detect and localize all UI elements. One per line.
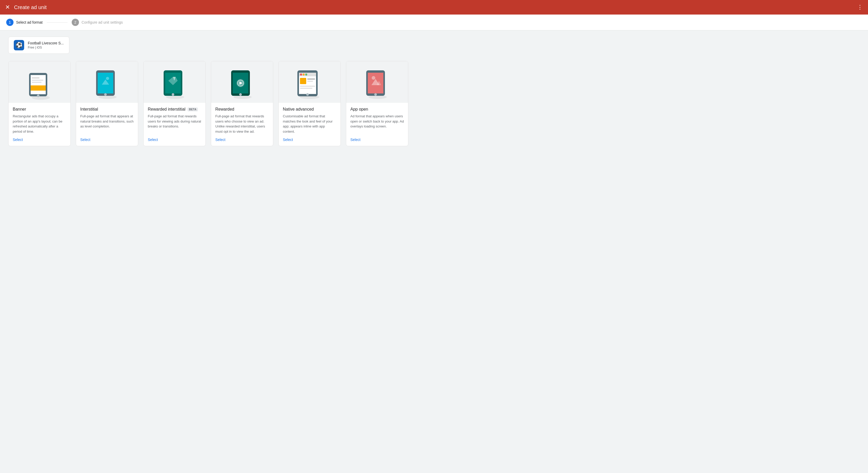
card-title-row-rewarded-interstitial: Rewarded interstitial BETA — [148, 107, 201, 112]
svg-rect-3 — [31, 86, 46, 91]
step-2-circle: 2 — [72, 19, 79, 26]
svg-point-14 — [166, 95, 184, 99]
svg-point-13 — [104, 93, 107, 96]
svg-point-40 — [369, 95, 387, 99]
svg-point-7 — [37, 94, 39, 97]
header-left: ✕ Create ad unit — [5, 4, 47, 10]
select-button-rewarded[interactable]: Select — [215, 137, 269, 142]
card-description-banner: Rectangular ads that occupy a portion of… — [13, 114, 66, 134]
select-button-interstitial[interactable]: Select — [80, 137, 134, 142]
step-divider — [47, 22, 67, 23]
card-image-rewarded-interstitial — [144, 61, 206, 103]
svg-point-33 — [305, 73, 307, 75]
card-content-banner: Banner Rectangular ads that occupy a por… — [8, 103, 70, 146]
app-card: ⚽ Football Livescore S... Free | iOS — [8, 37, 69, 54]
svg-point-12 — [106, 77, 109, 80]
card-title-rewarded-interstitial: Rewarded interstitial — [148, 107, 185, 112]
step-1-label: Select ad format — [16, 20, 42, 24]
svg-point-19 — [172, 93, 174, 96]
svg-point-8 — [98, 95, 117, 99]
svg-rect-5 — [32, 80, 43, 81]
svg-rect-38 — [300, 88, 312, 89]
app-icon: ⚽ — [14, 40, 24, 50]
svg-point-20 — [234, 95, 252, 99]
card-content-native-advanced: Native advanced Customisable ad format t… — [279, 103, 341, 146]
stepper: 1 Select ad format 2 Configure ad unit s… — [0, 14, 868, 30]
svg-point-31 — [300, 73, 302, 75]
step-1: 1 Select ad format — [6, 19, 42, 26]
card-title-row-native-advanced: Native advanced — [283, 107, 336, 112]
main-content: ⚽ Football Livescore S... Free | iOS — [0, 30, 868, 152]
card-title-row-interstitial: Interstitial — [80, 107, 134, 112]
ad-card-app-open: App open Ad format that appears when use… — [346, 61, 408, 146]
svg-rect-6 — [32, 82, 41, 83]
step-2: 2 Configure ad unit settings — [72, 19, 123, 26]
step-2-label: Configure ad unit settings — [82, 20, 123, 24]
card-description-rewarded: Full-page ad format that rewards users w… — [215, 114, 269, 134]
app-info: Football Livescore S... Free | iOS — [28, 41, 64, 49]
card-description-app-open: Ad format that appears when users open o… — [350, 114, 404, 134]
select-button-rewarded-interstitial[interactable]: Select — [148, 137, 201, 142]
card-content-rewarded: Rewarded Full-page ad format that reward… — [211, 103, 273, 146]
ad-card-banner: Banner Rectangular ads that occupy a por… — [8, 61, 71, 146]
svg-rect-35 — [307, 78, 315, 80]
svg-point-32 — [303, 73, 305, 75]
select-button-app-open[interactable]: Select — [350, 137, 404, 142]
svg-rect-4 — [32, 77, 39, 78]
card-title-native-advanced: Native advanced — [283, 107, 314, 112]
card-description-rewarded-interstitial: Full-page ad format that rewards users f… — [148, 114, 201, 134]
card-title-row-banner: Banner — [13, 107, 66, 112]
ad-card-interstitial: Interstitial Full-page ad format that ap… — [76, 61, 138, 146]
select-button-banner[interactable]: Select — [13, 137, 66, 142]
step-1-circle: 1 — [6, 19, 13, 26]
svg-point-45 — [372, 76, 375, 80]
card-title-app-open: App open — [350, 107, 368, 112]
close-button[interactable]: ✕ — [5, 4, 10, 10]
header: ✕ Create ad unit ⋮ — [0, 0, 868, 14]
ad-card-rewarded-interstitial: Rewarded interstitial BETA Full-page ad … — [143, 61, 206, 146]
svg-rect-34 — [300, 78, 306, 84]
svg-rect-37 — [300, 86, 315, 87]
card-image-app-open — [346, 61, 408, 103]
card-content-app-open: App open Ad format that appears when use… — [346, 103, 408, 146]
svg-point-39 — [306, 93, 309, 96]
card-image-native-advanced — [279, 61, 341, 103]
card-description-native-advanced: Customisable ad format that matches the … — [283, 114, 336, 134]
ad-card-rewarded: Rewarded Full-page ad format that reward… — [211, 61, 273, 146]
ad-card-native-advanced: Native advanced Customisable ad format t… — [278, 61, 341, 146]
card-content-interstitial: Interstitial Full-page ad format that ap… — [76, 103, 138, 146]
ad-format-grid: Banner Rectangular ads that occupy a por… — [8, 61, 860, 146]
card-image-rewarded — [211, 61, 273, 103]
card-image-interstitial — [76, 61, 138, 103]
card-title-row-app-open: App open — [350, 107, 404, 112]
card-title-banner: Banner — [13, 107, 26, 112]
more-menu-button[interactable]: ⋮ — [857, 4, 863, 11]
card-title-interstitial: Interstitial — [80, 107, 98, 112]
svg-rect-36 — [307, 81, 313, 82]
card-content-rewarded-interstitial: Rewarded interstitial BETA Full-page ad … — [144, 103, 206, 146]
card-image-banner — [8, 61, 70, 103]
app-name: Football Livescore S... — [28, 41, 64, 45]
app-meta: Free | iOS — [28, 46, 64, 49]
svg-point-46 — [374, 93, 377, 96]
card-title-row-rewarded: Rewarded — [215, 107, 269, 112]
card-description-interstitial: Full-page ad format that appears at natu… — [80, 114, 134, 134]
svg-point-26 — [239, 93, 242, 96]
beta-badge-rewarded-interstitial: BETA — [188, 107, 198, 112]
card-title-rewarded: Rewarded — [215, 107, 234, 112]
select-button-native-advanced[interactable]: Select — [283, 137, 336, 142]
header-title: Create ad unit — [14, 4, 47, 10]
